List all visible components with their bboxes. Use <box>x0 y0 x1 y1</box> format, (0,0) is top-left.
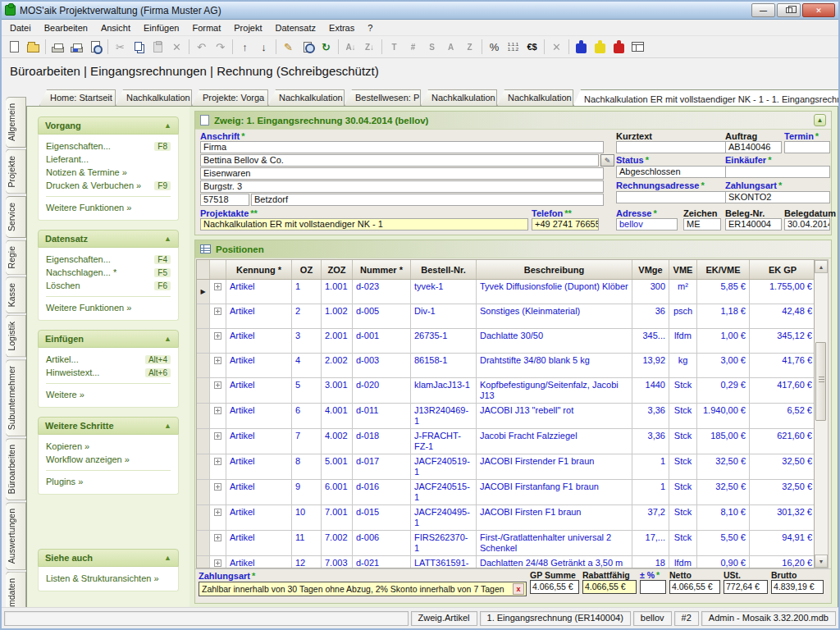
cell-ek-gp[interactable]: 32,50 € <box>750 454 814 479</box>
expand-icon[interactable] <box>214 559 221 567</box>
z-icon[interactable]: Z <box>460 38 479 56</box>
module-tab[interactable]: Projekte <box>6 149 26 194</box>
print-icon[interactable] <box>48 38 67 56</box>
cell-nummer[interactable]: d-006 <box>353 531 411 555</box>
cell-oz[interactable]: 2 <box>292 304 322 328</box>
cell-bestell-nr[interactable]: Div-1 <box>411 304 477 328</box>
cell-bestell-nr[interactable]: JACF240495-1 <box>411 505 477 530</box>
expand-cell[interactable] <box>210 429 226 454</box>
column-header[interactable]: Kennung * <box>226 260 292 279</box>
cell-kennung[interactable]: Artikel <box>226 454 292 479</box>
cell-vmge[interactable]: 3,36 <box>632 429 669 454</box>
termin-field[interactable] <box>784 141 830 153</box>
cell-vme[interactable]: kg <box>669 354 697 377</box>
anschrift-line3-field[interactable]: Eisenwaren <box>200 167 604 180</box>
table-row[interactable]: Artikel 9 6.001 d-016 JACF240515-1 JACOB… <box>197 480 814 505</box>
table-row[interactable]: Artikel 11 7.002 d-006 FIRS262370-1 Firs… <box>197 531 814 556</box>
s-icon[interactable]: S <box>422 38 441 56</box>
belegdatum-field[interactable]: 30.04.2014 <box>784 218 830 231</box>
document-tab-active[interactable]: Nachkalkulation ER mit vollstaendiger NK… <box>573 89 838 106</box>
cell-oz[interactable]: 5 <box>292 378 322 403</box>
collapse-icon[interactable]: ▲ <box>164 335 171 343</box>
cell-kennung[interactable]: Artikel <box>226 404 292 428</box>
telefon-field[interactable]: +49 2741 76655 <box>532 218 599 231</box>
cell-kennung[interactable]: Artikel <box>226 280 292 304</box>
refresh-icon[interactable]: ↻ <box>317 38 336 56</box>
cell-nummer[interactable]: d-018 <box>353 429 411 454</box>
expand-cell[interactable] <box>210 404 226 428</box>
document-tab[interactable]: Projekte: Vorga <box>192 89 268 106</box>
column-header[interactable]: OZ <box>292 260 322 279</box>
cell-nummer[interactable]: d-011 <box>353 404 411 428</box>
menu-item[interactable]: Extras <box>322 21 361 34</box>
cell-bestell-nr[interactable]: tyvek-1 <box>411 280 477 304</box>
menu-item[interactable]: Projekt <box>227 21 268 34</box>
rechnungsadresse-field[interactable] <box>616 191 741 203</box>
auftrag-field[interactable]: AB140046 <box>725 141 782 153</box>
cell-bestell-nr[interactable]: J-FRACHT-FZ-1 <box>411 429 477 454</box>
cell-zoz[interactable]: 1.002 <box>322 304 353 328</box>
cell-oz[interactable]: 10 <box>292 505 322 530</box>
cell-ek-gp[interactable]: 301,32 € <box>750 505 814 530</box>
table-row[interactable]: Artikel 4 2.002 d-003 86158-1 Drahtstift… <box>197 354 814 378</box>
table-row[interactable]: Artikel 7 4.002 d-018 J-FRACHT-FZ-1 Jaco… <box>197 429 814 454</box>
expand-icon[interactable] <box>214 509 221 516</box>
cell-zoz[interactable]: 3.001 <box>322 378 353 403</box>
cell-vmge[interactable]: 18 <box>632 556 669 568</box>
module-tab[interactable]: Büroarbeiten <box>6 438 26 500</box>
move-up-icon[interactable]: ↑ <box>235 38 254 56</box>
cell-kennung[interactable]: Artikel <box>226 480 292 504</box>
cell-ek-gp[interactable]: 16,20 € <box>750 556 814 568</box>
cell-kennung[interactable]: Artikel <box>226 329 292 353</box>
cell-bestell-nr[interactable]: JACF240515-1 <box>411 480 477 504</box>
column-header[interactable]: VME <box>669 260 697 279</box>
cell-vme[interactable]: lfdm <box>669 329 697 353</box>
document-tab[interactable]: Nachkalkulation <box>497 89 573 106</box>
cell-zoz[interactable]: 2.002 <box>322 354 353 377</box>
cell-oz[interactable]: 1 <box>292 280 322 304</box>
sidebar-item[interactable]: Artikel...Alt+4 <box>46 353 171 366</box>
table-row[interactable]: Artikel 12 7.003 d-021 LATT361591-1 Dach… <box>197 556 814 568</box>
sidebar-item[interactable]: Eigenschaften...F8 <box>46 139 171 153</box>
cell-beschreibung[interactable]: Drahtstifte 34/80 blank 5 kg <box>477 354 632 377</box>
sidebar-item[interactable]: Drucken & Verbuchen »F9 <box>46 179 171 192</box>
cell-oz[interactable]: 9 <box>292 480 322 504</box>
cell-ek-vme[interactable]: 5,85 € <box>697 280 750 304</box>
cell-beschreibung[interactable]: Jacobi Fracht Falzziegel <box>477 429 632 454</box>
cell-beschreibung[interactable]: JACOBI Firstanfang F1 braun <box>477 480 632 504</box>
cell-zoz[interactable]: 4.001 <box>322 404 353 428</box>
zahlungsart-text-field[interactable]: Zahlbar innerhalb von 30 Tagen ohne Abzu… <box>199 582 527 596</box>
cell-nummer[interactable]: d-005 <box>353 304 411 328</box>
expand-cell[interactable] <box>210 329 226 353</box>
cell-ek-vme[interactable]: 0,90 € <box>697 556 750 568</box>
minimize-button[interactable]: — <box>751 3 775 17</box>
cell-ek-gp[interactable]: 41,76 € <box>750 354 814 377</box>
cell-bestell-nr[interactable]: klamJacJ13-1 <box>411 378 477 403</box>
numbering-icon[interactable]: 1.1.1 1.1.2 <box>504 38 523 56</box>
expand-cell[interactable] <box>210 480 226 504</box>
status-field[interactable]: Abgeschlossen <box>616 166 741 178</box>
delete-icon[interactable]: ✕ <box>167 38 186 56</box>
anschrift-line2-field[interactable]: Bettina Bellov & Co. <box>200 154 599 167</box>
cell-beschreibung[interactable]: Dachlatten 24/48 Getränkt a 3,50 m <box>477 556 632 568</box>
cell-bestell-nr[interactable]: FIRS262370-1 <box>411 531 477 555</box>
table-row[interactable]: Artikel 2 1.002 d-005 Div-1 Sonstiges (K… <box>197 304 814 329</box>
scroll-down-icon[interactable]: ▼ <box>815 555 828 568</box>
edit-address-button[interactable]: ✎ <box>600 154 614 167</box>
sidebar-item[interactable]: LöschenF6 <box>46 279 171 292</box>
menu-item[interactable]: Ansicht <box>94 21 137 34</box>
expand-icon[interactable] <box>214 483 221 491</box>
cell-zoz[interactable]: 5.001 <box>322 454 353 479</box>
cell-nummer[interactable]: d-016 <box>353 480 411 504</box>
cell-oz[interactable]: 4 <box>292 354 322 377</box>
expand-icon[interactable] <box>214 283 221 290</box>
redo-icon[interactable]: ↷ <box>211 38 230 56</box>
expand-icon[interactable] <box>214 458 221 465</box>
collapse-icon[interactable]: ▲ <box>164 235 171 243</box>
cell-oz[interactable]: 6 <box>292 404 322 428</box>
text-icon[interactable]: T <box>385 38 404 56</box>
plugin-blue-icon[interactable] <box>572 38 591 56</box>
cell-vme[interactable]: Stck <box>669 429 697 454</box>
cell-kennung[interactable]: Artikel <box>226 378 292 403</box>
expand-cell[interactable] <box>210 378 226 403</box>
